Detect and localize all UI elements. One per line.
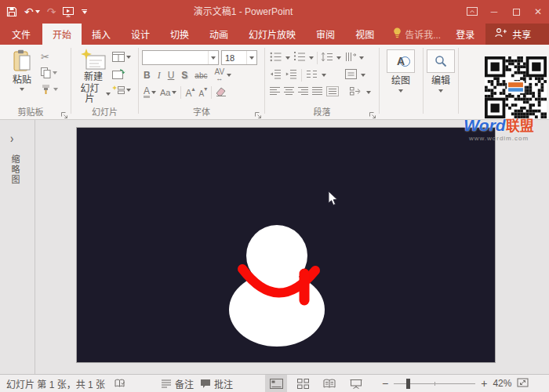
zoom-percentage[interactable]: 42%: [493, 378, 511, 389]
copy-button[interactable]: [41, 67, 57, 78]
powerpoint-window: ↶ ↷ 演示文稿1 - PowerPoint ─ ✕ 文件 开始 插入 设计 切…: [0, 0, 549, 392]
zoom-slider[interactable]: [394, 383, 475, 384]
tab-design[interactable]: 设计: [121, 24, 160, 45]
format-painter-button[interactable]: [41, 84, 58, 95]
tab-file[interactable]: 文件: [0, 24, 42, 45]
justify-button[interactable]: [312, 85, 323, 100]
expand-thumbnails-icon[interactable]: ›: [10, 132, 13, 146]
text-direction-button[interactable]: [344, 51, 356, 65]
undo-button[interactable]: ↶: [24, 6, 40, 17]
tab-animations[interactable]: 动画: [199, 24, 238, 45]
section-button[interactable]: [112, 85, 131, 95]
view-switcher: [265, 375, 367, 392]
workspace: › 缩略图: [0, 120, 549, 374]
ribbon-display-options-button[interactable]: [461, 0, 483, 24]
convert-smartart-button[interactable]: [350, 85, 363, 100]
text-shadow-button[interactable]: S: [181, 70, 187, 81]
font-style-row: B I U S abc AV ↔: [144, 69, 231, 82]
tell-me-box[interactable]: 告诉我...: [386, 24, 448, 45]
numbering-button[interactable]: [293, 51, 306, 65]
increase-indent-button[interactable]: [285, 68, 297, 82]
group-editing: 编辑: [424, 45, 458, 119]
zoom-in-button[interactable]: +: [481, 377, 487, 390]
tab-transitions[interactable]: 切换: [160, 24, 199, 45]
share-button[interactable]: 共享: [485, 24, 549, 45]
editing-group-button[interactable]: 编辑: [427, 49, 455, 93]
undo-dropdown-icon[interactable]: [35, 10, 40, 13]
sign-in-button[interactable]: 登录: [448, 24, 482, 45]
align-left-button[interactable]: [270, 85, 281, 100]
cut-icon: ✂: [41, 51, 49, 63]
close-button[interactable]: ✕: [527, 0, 549, 24]
align-text-button[interactable]: [345, 68, 357, 82]
start-slideshow-button[interactable]: [63, 6, 75, 17]
tab-insert[interactable]: 插入: [82, 24, 121, 45]
notes-toggle[interactable]: 备注: [161, 375, 194, 392]
bullets-button[interactable]: [270, 51, 282, 65]
font-dialog-launcher[interactable]: [254, 108, 262, 116]
qr-code: [485, 56, 547, 118]
normal-view-button[interactable]: [265, 375, 287, 392]
change-case-button[interactable]: Aa: [160, 88, 176, 97]
paste-button[interactable]: 粘贴: [8, 49, 36, 91]
align-center-button[interactable]: [284, 85, 295, 100]
new-slide-button[interactable]: 新建 幻灯片: [76, 49, 111, 104]
minimize-button[interactable]: ─: [483, 0, 505, 24]
maximize-button[interactable]: [505, 0, 527, 24]
customize-qat-button[interactable]: [82, 9, 87, 14]
spellcheck-button[interactable]: [115, 375, 126, 392]
layout-button[interactable]: [112, 52, 131, 62]
clear-formatting-button[interactable]: [216, 85, 227, 100]
comments-toggle[interactable]: 批注: [200, 375, 233, 392]
font-name-dropdown-icon[interactable]: [208, 51, 218, 64]
distribute-button[interactable]: [326, 85, 339, 100]
tab-slideshow[interactable]: 幻灯片放映: [238, 24, 306, 45]
ribbon: 粘贴 ✂ 剪贴板: [0, 45, 549, 120]
slide-sorter-view-button[interactable]: [292, 375, 314, 392]
shrink-font-button[interactable]: A▾: [199, 85, 208, 100]
character-spacing-button[interactable]: AV ↔: [214, 69, 224, 82]
paste-label: 粘贴: [13, 75, 31, 85]
quick-access-toolbar: ↶ ↷: [6, 0, 87, 24]
columns-button[interactable]: [306, 68, 318, 82]
bold-button[interactable]: B: [144, 70, 151, 81]
save-icon[interactable]: [6, 6, 17, 17]
reset-button[interactable]: [112, 69, 125, 80]
thumbnails-pane-label[interactable]: 缩略图: [9, 154, 21, 185]
paragraph-dialog-launcher[interactable]: [369, 108, 376, 116]
drawing-group-button[interactable]: A 绘图: [387, 49, 415, 93]
align-right-button[interactable]: [298, 85, 309, 100]
tab-view[interactable]: 视图: [345, 24, 384, 45]
undo-icon: ↶: [24, 6, 34, 17]
tab-home[interactable]: 开始: [42, 24, 82, 45]
copy-icon: [41, 67, 51, 78]
character-spacing-dropdown-icon[interactable]: [227, 74, 231, 77]
slideshow-view-button[interactable]: [345, 375, 367, 392]
zoom-slider-handle[interactable]: [406, 379, 410, 389]
line-spacing-button[interactable]: [321, 51, 333, 65]
layout-icon: [112, 52, 125, 62]
paragraph-row-2: [270, 68, 365, 82]
decrease-indent-button[interactable]: [270, 68, 282, 82]
strikethrough-button[interactable]: abc: [195, 71, 207, 80]
font-color-button[interactable]: A: [144, 87, 156, 98]
cut-button[interactable]: ✂: [41, 51, 49, 63]
clipboard-dialog-launcher[interactable]: [60, 108, 68, 116]
paste-dropdown-icon[interactable]: [20, 88, 24, 91]
font-size-combo[interactable]: 18: [221, 50, 257, 65]
tab-review[interactable]: 审阅: [306, 24, 345, 45]
redo-button[interactable]: ↷: [47, 6, 56, 17]
zoom-out-button[interactable]: −: [382, 377, 388, 390]
font-name-combo[interactable]: [142, 50, 219, 65]
underline-button[interactable]: U: [168, 70, 175, 81]
paragraph-row-1: [270, 51, 364, 65]
pane-divider[interactable]: [35, 120, 35, 374]
font-size-dropdown-icon[interactable]: [246, 51, 256, 64]
grow-font-button[interactable]: A▴: [185, 85, 195, 100]
fit-to-window-button[interactable]: [517, 377, 529, 390]
slide-canvas[interactable]: [76, 127, 496, 363]
reset-icon: [112, 69, 125, 80]
paragraph-row-3: [270, 85, 371, 100]
reading-view-button[interactable]: [318, 375, 340, 392]
italic-button[interactable]: I: [158, 70, 161, 82]
